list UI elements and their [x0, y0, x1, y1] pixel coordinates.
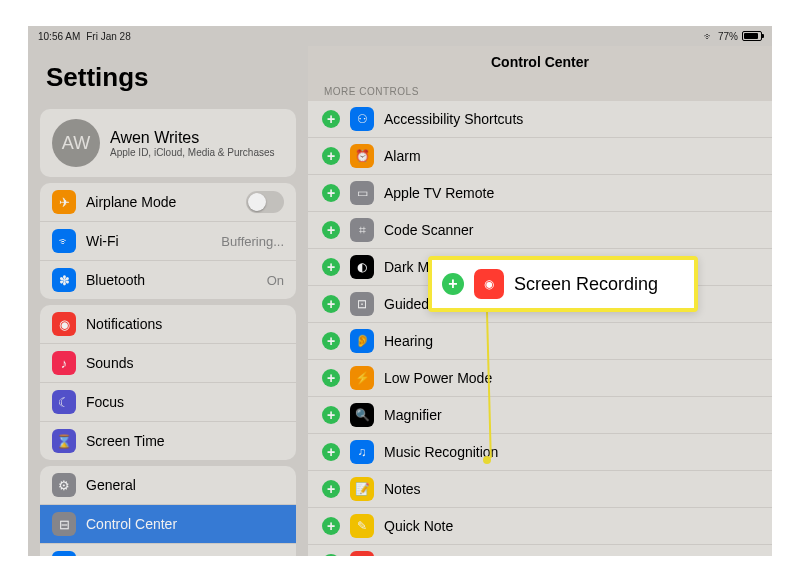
add-button[interactable]: +: [322, 443, 340, 461]
control-icon: 👂: [350, 329, 374, 353]
sidebar-item-screen-time[interactable]: ⌛Screen Time: [40, 421, 296, 460]
control-item-code-scanner[interactable]: +⌗Code Scanner: [308, 212, 772, 249]
row-value: On: [267, 273, 284, 288]
control-icon: ⚡: [350, 366, 374, 390]
sidebar-item-control-center[interactable]: ⊟Control Center: [40, 504, 296, 543]
control-icon: ✎: [350, 514, 374, 538]
row-icon: ᯤ: [52, 229, 76, 253]
sidebar-title: Settings: [28, 46, 308, 103]
control-item-accessibility-shortcuts[interactable]: +⚇Accessibility Shortcuts: [308, 101, 772, 138]
add-button[interactable]: +: [322, 480, 340, 498]
sidebar-item-notifications[interactable]: ◉Notifications: [40, 305, 296, 343]
row-label: Control Center: [86, 516, 284, 532]
add-button[interactable]: +: [322, 332, 340, 350]
control-icon: ⊡: [350, 292, 374, 316]
control-label: Music Recognition: [384, 444, 758, 460]
control-item-low-power-mode[interactable]: +⚡Low Power Mode: [308, 360, 772, 397]
row-label: General: [86, 477, 284, 493]
control-item-apple-tv-remote[interactable]: +▭Apple TV Remote: [308, 175, 772, 212]
control-label: Accessibility Shortcuts: [384, 111, 758, 127]
row-label: Screen Time: [86, 433, 284, 449]
add-button[interactable]: +: [322, 369, 340, 387]
control-item-music-recognition[interactable]: +♫Music Recognition: [308, 434, 772, 471]
callout-dot: [483, 456, 491, 464]
control-icon: ⌗: [350, 218, 374, 242]
settings-sidebar: Settings AW Awen Writes Apple ID, iCloud…: [28, 46, 308, 556]
status-time: 10:56 AM: [38, 31, 80, 42]
add-button[interactable]: +: [322, 184, 340, 202]
wifi-icon: ᯤ: [704, 31, 714, 42]
battery-percent: 77%: [718, 31, 738, 42]
control-label: Quick Note: [384, 518, 758, 534]
sidebar-item-wi-fi[interactable]: ᯤWi-FiBuffering...: [40, 221, 296, 260]
row-icon: ⊟: [52, 512, 76, 536]
control-icon: ◉: [350, 551, 374, 556]
control-label: Alarm: [384, 148, 758, 164]
control-label: Apple TV Remote: [384, 185, 758, 201]
add-button[interactable]: +: [322, 258, 340, 276]
toggle[interactable]: [246, 191, 284, 213]
row-icon: ✽: [52, 268, 76, 292]
row-icon: ⚙: [52, 473, 76, 497]
sidebar-item-sounds[interactable]: ♪Sounds: [40, 343, 296, 382]
profile-card[interactable]: AW Awen Writes Apple ID, iCloud, Media &…: [40, 109, 296, 177]
section-header: MORE CONTROLS: [308, 78, 772, 101]
profile-sub: Apple ID, iCloud, Media & Purchases: [110, 147, 275, 158]
control-label: Low Power Mode: [384, 370, 758, 386]
row-value: Buffering...: [221, 234, 284, 249]
add-button[interactable]: +: [322, 110, 340, 128]
sidebar-item-general[interactable]: ⚙General: [40, 466, 296, 504]
status-date: Fri Jan 28: [86, 31, 130, 42]
row-icon: ◉: [52, 312, 76, 336]
control-icon: 📝: [350, 477, 374, 501]
callout-screen-recording: + ◉ Screen Recording: [428, 256, 698, 312]
callout-label: Screen Recording: [514, 274, 658, 295]
control-icon: ◐: [350, 255, 374, 279]
control-item-hearing[interactable]: +👂Hearing: [308, 323, 772, 360]
row-icon: ✈: [52, 190, 76, 214]
add-button[interactable]: +: [322, 517, 340, 535]
control-label: Screen Recording: [384, 555, 758, 556]
add-button[interactable]: +: [322, 221, 340, 239]
control-icon: ♫: [350, 440, 374, 464]
control-item-notes[interactable]: +📝Notes: [308, 471, 772, 508]
row-label: Sounds: [86, 355, 284, 371]
control-label: Code Scanner: [384, 222, 758, 238]
control-icon: 🔍: [350, 403, 374, 427]
control-item-quick-note[interactable]: +✎Quick Note: [308, 508, 772, 545]
avatar: AW: [52, 119, 100, 167]
control-icon: ⚇: [350, 107, 374, 131]
row-icon: ⌛: [52, 429, 76, 453]
row-icon: ♪: [52, 351, 76, 375]
sidebar-item-airplane-mode[interactable]: ✈Airplane Mode: [40, 183, 296, 221]
add-button[interactable]: +: [322, 147, 340, 165]
control-item-alarm[interactable]: +⏰Alarm: [308, 138, 772, 175]
control-label: Magnifier: [384, 407, 758, 423]
more-controls-list: +⚇Accessibility Shortcuts+⏰Alarm+▭Apple …: [308, 101, 772, 556]
row-label: Airplane Mode: [86, 194, 236, 210]
row-label: Notifications: [86, 316, 284, 332]
row-label: Display & Brightness: [86, 555, 284, 556]
control-label: Notes: [384, 481, 758, 497]
status-bar: 10:56 AM Fri Jan 28 ᯤ 77%: [28, 26, 772, 46]
sidebar-item-bluetooth[interactable]: ✽BluetoothOn: [40, 260, 296, 299]
sidebar-item-focus[interactable]: ☾Focus: [40, 382, 296, 421]
control-icon: ⏰: [350, 144, 374, 168]
control-item-screen-recording[interactable]: +◉Screen Recording: [308, 545, 772, 556]
sidebar-item-display-brightness[interactable]: AADisplay & Brightness: [40, 543, 296, 556]
control-item-magnifier[interactable]: +🔍Magnifier: [308, 397, 772, 434]
sidebar-group-general: ⚙General⊟Control CenterAADisplay & Brigh…: [40, 466, 296, 556]
main-title: Control Center: [308, 46, 772, 78]
sidebar-group-connectivity: ✈Airplane ModeᯤWi-FiBuffering...✽Bluetoo…: [40, 183, 296, 299]
battery-icon: [742, 31, 762, 41]
row-icon: AA: [52, 551, 76, 556]
screen-recording-icon: ◉: [474, 269, 504, 299]
control-icon: ▭: [350, 181, 374, 205]
profile-name: Awen Writes: [110, 129, 275, 147]
add-button[interactable]: +: [322, 295, 340, 313]
row-label: Wi-Fi: [86, 233, 211, 249]
control-label: Hearing: [384, 333, 758, 349]
add-button[interactable]: +: [322, 406, 340, 424]
row-icon: ☾: [52, 390, 76, 414]
add-button[interactable]: +: [322, 554, 340, 556]
